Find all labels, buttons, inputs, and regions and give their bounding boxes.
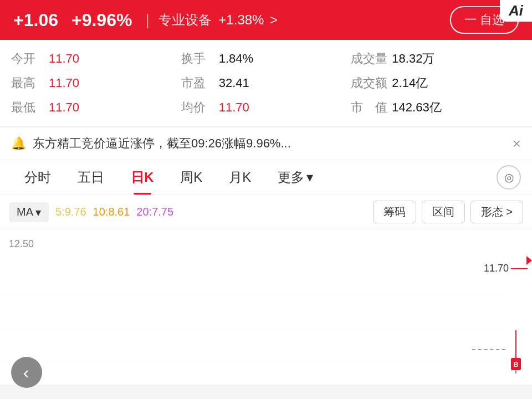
chips-button[interactable]: 筹码 bbox=[373, 201, 416, 223]
candlestick-graphic: B bbox=[511, 330, 521, 374]
settings-icon: ◎ bbox=[504, 171, 514, 184]
stat-open: 今开 11.70 bbox=[11, 47, 181, 71]
stat-avg-value: 11.70 bbox=[219, 100, 249, 115]
stat-pe-label: 市盈 bbox=[181, 75, 214, 91]
candle-wick-top bbox=[515, 330, 516, 358]
stat-avg-label: 均价 bbox=[181, 99, 214, 116]
stat-pe: 市盈 32.41 bbox=[181, 71, 351, 95]
stat-turnover-label: 换手 bbox=[181, 50, 214, 67]
back-button[interactable]: ‹ bbox=[11, 357, 42, 388]
stat-amount: 成交额 2.14亿 bbox=[351, 71, 521, 95]
alert-icon: 🔔 bbox=[11, 136, 26, 151]
range-button[interactable]: 区间 bbox=[422, 201, 465, 223]
stat-pe-value: 32.41 bbox=[219, 76, 249, 90]
stat-turnover: 换手 1.84% bbox=[181, 47, 351, 71]
stat-volume: 成交量 18.32万 bbox=[351, 47, 521, 71]
alert-close-button[interactable]: × bbox=[513, 135, 521, 152]
tab-fenshi[interactable]: 分时 bbox=[11, 160, 64, 195]
candle-body-label: B bbox=[513, 360, 518, 369]
price-change: +1.06 bbox=[13, 10, 58, 30]
tab-more[interactable]: 更多 ▾ bbox=[264, 160, 326, 195]
ma-label: MA bbox=[17, 206, 33, 218]
ai-button-area[interactable]: Ai bbox=[500, 0, 532, 22]
stat-low-label: 最低 bbox=[11, 99, 44, 116]
ma20-indicator: 20:7.75 bbox=[136, 206, 173, 218]
sector-change: +1.38% bbox=[218, 12, 264, 27]
ma-selector-button[interactable]: MA ▾ bbox=[9, 202, 49, 222]
ma-dropdown-icon: ▾ bbox=[35, 206, 41, 219]
sector-name: 专业设备 bbox=[158, 12, 212, 27]
stat-high: 最高 11.70 bbox=[11, 71, 181, 95]
chart-settings-button[interactable]: ◎ bbox=[497, 165, 521, 190]
stat-turnover-value: 1.84% bbox=[219, 52, 253, 66]
stat-high-value: 11.70 bbox=[49, 76, 79, 90]
stat-amount-label: 成交额 bbox=[351, 75, 387, 91]
stat-low: 最低 11.70 bbox=[11, 95, 181, 120]
chart-svg bbox=[0, 229, 510, 374]
toolbar-right-buttons: 筹码 区间 形态 > bbox=[373, 201, 523, 223]
candle-body: B bbox=[511, 358, 521, 370]
shape-button[interactable]: 形态 > bbox=[470, 201, 523, 223]
stat-volume-value: 18.32万 bbox=[392, 50, 434, 67]
tab-rik[interactable]: 日K bbox=[117, 160, 167, 195]
chart-right-arrow bbox=[526, 256, 532, 265]
stat-volume-label: 成交量 bbox=[351, 50, 387, 67]
dropdown-arrow-icon: ▾ bbox=[306, 170, 313, 185]
stat-mktcap-value: 142.63亿 bbox=[392, 99, 441, 116]
stat-avg-price: 均价 11.70 bbox=[181, 95, 351, 120]
pct-change: +9.96% bbox=[71, 10, 132, 30]
ma5-indicator: 5:9.76 bbox=[55, 206, 86, 218]
ai-button[interactable]: Ai bbox=[509, 2, 523, 19]
ma10-indicator: 10:8.61 bbox=[93, 206, 130, 218]
chevron-icon: > bbox=[270, 12, 278, 27]
tab-zhouk[interactable]: 周K bbox=[167, 160, 216, 195]
alert-banner: 🔔 东方精工竞价逼近涨停，截至09:26涨幅9.96%... × bbox=[0, 127, 532, 160]
alert-text: 东方精工竞价逼近涨停，截至09:26涨幅9.96%... bbox=[33, 135, 521, 152]
stat-open-label: 今开 bbox=[11, 50, 44, 67]
candle-wick-bottom bbox=[515, 370, 516, 374]
tab-wuri[interactable]: 五日 bbox=[64, 160, 117, 195]
stats-grid: 今开 11.70 换手 1.84% 成交量 18.32万 最高 11.70 市盈… bbox=[0, 40, 532, 127]
stat-high-label: 最高 bbox=[11, 75, 44, 91]
sector-info[interactable]: 专业设备 +1.38% > bbox=[158, 11, 278, 29]
stat-mktcap: 市 值 142.63亿 bbox=[351, 95, 521, 120]
divider: | bbox=[145, 11, 149, 29]
chart-tabs: 分时 五日 日K 周K 月K 更多 ▾ ◎ bbox=[0, 160, 532, 195]
stat-open-value: 11.70 bbox=[49, 52, 79, 66]
header-bar: +1.06 +9.96% | 专业设备 +1.38% > 一 自选 bbox=[0, 0, 532, 40]
stat-low-value: 11.70 bbox=[49, 100, 79, 115]
price-line-indicator bbox=[511, 268, 528, 269]
stat-amount-value: 2.14亿 bbox=[392, 75, 428, 91]
stat-mktcap-label: 市 值 bbox=[351, 99, 387, 116]
chart-toolbar: MA ▾ 5:9.76 10:8.61 20:7.75 筹码 区间 形态 > bbox=[0, 195, 532, 229]
back-icon: ‹ bbox=[23, 362, 29, 383]
chart-area: 12.50 11.70 B bbox=[0, 229, 532, 385]
tab-yuek[interactable]: 月K bbox=[216, 160, 264, 195]
